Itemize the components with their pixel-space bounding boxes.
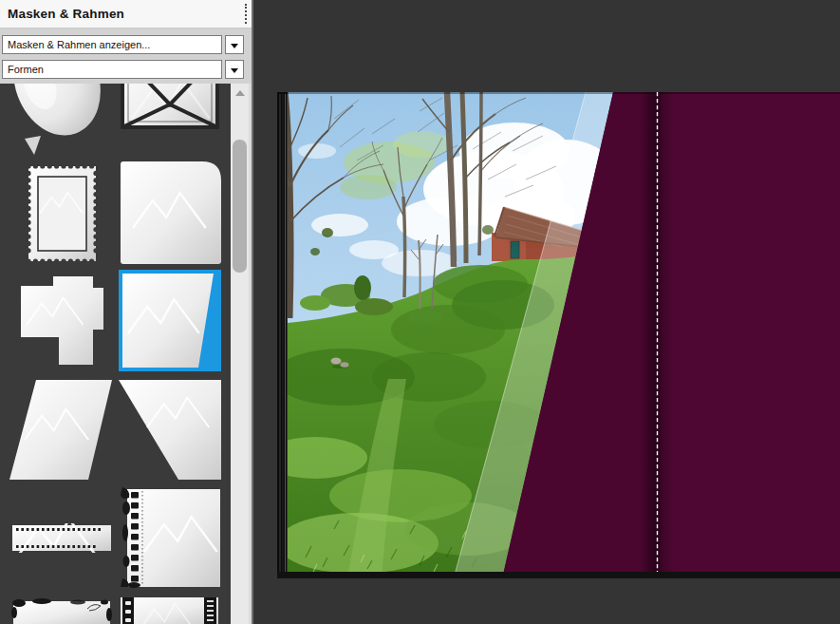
thumb-filmstrip-horizontal-mask[interactable] — [12, 523, 111, 553]
panel-header: Masken & Rahmen — [0, 0, 253, 28]
thumb-filmstrip-vertical-mask[interactable] — [121, 596, 218, 624]
thumb-grunge-frame-mask[interactable] — [11, 596, 112, 624]
thumb-diagonal-cut-square-mask[interactable] — [119, 270, 221, 371]
thumb-diagonal-wedge-mask[interactable] — [119, 380, 221, 480]
show-masks-dropdown[interactable]: Masken & Rahmen anzeigen... — [2, 35, 222, 54]
thumb-stamp-mask[interactable] — [27, 164, 98, 263]
thumb-parallelogram-mask[interactable] — [9, 380, 112, 480]
scrollbar-thumb[interactable] — [233, 140, 247, 273]
masks-frames-panel: Masken & Rahmen Masken & Rahmen anzeigen… — [0, 0, 253, 624]
panel-title: Masken & Rahmen — [8, 7, 124, 21]
editor-canvas[interactable] — [253, 0, 840, 624]
thumb-collage-blocks-mask[interactable] — [11, 271, 107, 370]
thumb-rounded-square-mask[interactable] — [121, 161, 221, 264]
category-dropdown[interactable]: Formen — [2, 60, 222, 79]
category-dropdown-button[interactable] — [225, 60, 244, 79]
chevron-down-icon — [231, 68, 238, 73]
page-artwork — [277, 92, 840, 578]
triangle-up-icon[interactable] — [235, 90, 245, 96]
filter-bar: Masken & Rahmen anzeigen... Formen — [0, 28, 253, 84]
thumb-envelope-mask[interactable] — [121, 84, 219, 130]
thumb-balloon-mask[interactable] — [11, 84, 110, 156]
photobook-page[interactable] — [277, 92, 840, 578]
mask-thumbnail-list — [0, 84, 231, 624]
drag-handle-icon[interactable] — [245, 4, 247, 24]
thumb-grunge-filmstrip-mask[interactable] — [121, 487, 220, 589]
chevron-down-icon — [231, 44, 238, 48]
page-background-right — [657, 92, 840, 578]
show-masks-dropdown-button[interactable] — [225, 35, 244, 54]
